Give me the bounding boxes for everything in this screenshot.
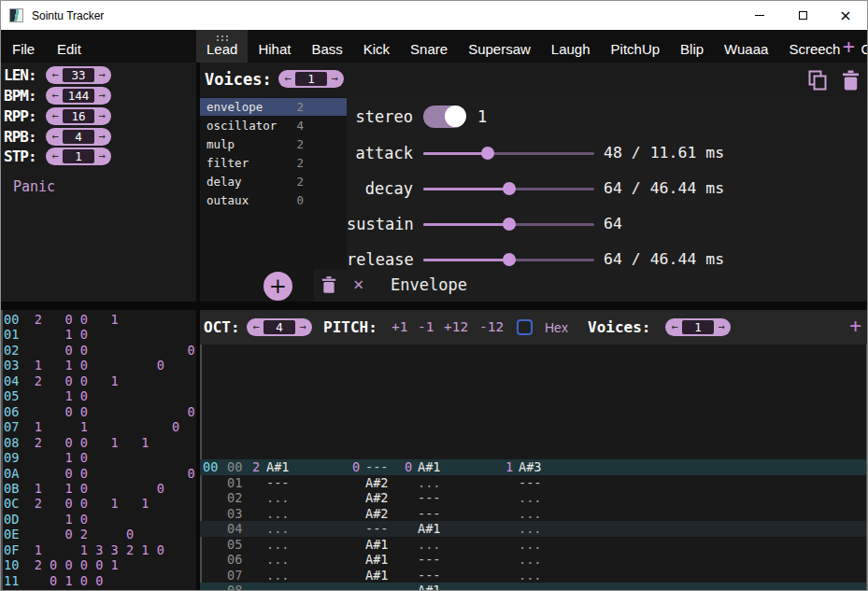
order-row[interactable]: 06 0 0 0 [4, 404, 195, 419]
order-row[interactable]: 0A 0 0 0 [4, 466, 195, 481]
song-field-stepper[interactable]: ←16→ [46, 107, 111, 125]
toggle-knob[interactable] [445, 106, 466, 127]
menu-file[interactable]: File [3, 30, 44, 63]
order-row[interactable]: 11 0 1 0 0 [4, 573, 103, 588]
hex-checkbox[interactable] [517, 319, 533, 335]
order-row[interactable]: 02 0 0 0 [4, 343, 195, 358]
tab-snare[interactable]: Snare [400, 30, 458, 63]
right-arrow-icon[interactable]: → [94, 66, 109, 84]
pattern-note-cell[interactable]: --- [519, 475, 542, 491]
pattern-row[interactable]: 07...A#1---... [200, 568, 868, 584]
pattern-editor-panel[interactable]: 00002001A#1---A#1A#301---A#2...---02...A… [200, 345, 868, 591]
close-unit-button[interactable]: × [353, 274, 363, 294]
pitch-up-12-button[interactable]: +12 [444, 319, 468, 334]
right-arrow-icon[interactable]: → [94, 107, 109, 125]
unit-row-mulp[interactable]: mulp2 [200, 135, 347, 153]
left-arrow-icon[interactable]: ← [249, 318, 263, 336]
right-arrow-icon[interactable]: → [327, 70, 342, 88]
pattern-note-cell[interactable]: A#2 [365, 490, 389, 506]
right-arrow-icon[interactable]: → [714, 318, 729, 336]
decay-slider-knob[interactable] [503, 182, 516, 195]
copy-instrument-button[interactable] [806, 69, 829, 91]
unit-row-filter[interactable]: filter2 [200, 154, 347, 172]
pitch-down-1-button[interactable]: -1 [418, 319, 434, 334]
pattern-note-cell[interactable]: A#3 [519, 459, 542, 475]
pattern-note-cell[interactable]: ... [418, 537, 441, 553]
pattern-note-cell[interactable]: --- [266, 475, 290, 491]
right-arrow-icon[interactable]: → [295, 318, 310, 336]
pattern-row[interactable]: 06...A#1---... [200, 552, 868, 568]
tab-laugh[interactable]: Laugh [541, 30, 601, 63]
unit-row-envelope[interactable]: envelope2 [200, 98, 347, 116]
pattern-note-cell[interactable]: --- [418, 490, 441, 506]
order-row[interactable]: 10 2 0 0 0 0 1 [4, 557, 119, 572]
right-arrow-icon[interactable]: → [94, 148, 109, 165]
pattern-note-cell[interactable]: A#1 [418, 459, 441, 475]
add-unit-button[interactable]: + [263, 272, 292, 301]
pattern-note-cell[interactable]: ... [519, 537, 542, 553]
pattern-note-cell[interactable]: ... [519, 490, 542, 506]
voices-stepper[interactable]: ← 1 → [278, 70, 344, 88]
pattern-note-cell[interactable]: ... [266, 537, 290, 553]
pattern-note-cell[interactable]: ... [266, 490, 290, 506]
left-arrow-icon[interactable]: ← [48, 128, 63, 146]
pattern-row[interactable]: 04...---A#1... [200, 521, 868, 537]
pattern-row[interactable]: 02...A#2---... [200, 490, 868, 506]
stereo-toggle[interactable] [423, 106, 465, 128]
order-row[interactable]: 0C 2 0 0 1 1 [4, 496, 149, 511]
left-arrow-icon[interactable]: ← [48, 148, 63, 165]
order-row[interactable]: 0F 1 1 3 3 2 1 0 [4, 542, 164, 557]
pattern-note-cell[interactable]: ... [266, 568, 290, 584]
minimize-button[interactable] [738, 1, 781, 30]
tab-pitchup[interactable]: PitchUp [601, 30, 671, 63]
pattern-note-cell[interactable]: A#1 [365, 568, 389, 584]
pattern-note-cell[interactable]: ... [519, 506, 542, 522]
unit-row-outaux[interactable]: outaux0 [200, 191, 347, 209]
release-slider-knob[interactable] [503, 253, 516, 266]
right-arrow-icon[interactable]: → [94, 87, 109, 105]
song-field-stepper[interactable]: ←4→ [46, 128, 111, 146]
delete-instrument-button[interactable] [839, 69, 861, 91]
pattern-note-cell[interactable]: A#1 [418, 583, 441, 591]
tab-bass[interactable]: Bass [301, 30, 352, 63]
pattern-row[interactable]: 00002001A#1---A#1A#3 [200, 459, 868, 475]
pattern-note-cell[interactable]: ... [266, 506, 290, 522]
left-arrow-icon[interactable]: ← [667, 318, 682, 336]
order-list-scrollbar[interactable] [1, 310, 3, 591]
order-row[interactable]: 07 1 1 0 [4, 419, 179, 434]
pattern-note-cell[interactable]: A#1 [266, 459, 290, 475]
order-row[interactable]: 08 2 0 0 1 1 [4, 435, 149, 450]
add-instrument-button[interactable]: + [837, 30, 861, 63]
pattern-note-cell[interactable]: ... [266, 552, 290, 568]
order-row[interactable]: 0E 0 2 0 [4, 527, 134, 542]
pattern-note-cell[interactable]: ... [266, 521, 290, 537]
octave-stepper[interactable]: ← 4 → [247, 318, 312, 336]
track-voices-stepper[interactable]: ← 1 → [665, 318, 731, 336]
tab-lead[interactable]: Lead [196, 30, 248, 63]
pattern-note-cell[interactable]: A#2 [365, 506, 389, 522]
tab-wuaaa[interactable]: Wuaaa [714, 30, 778, 63]
order-row[interactable]: 03 1 1 0 0 [4, 358, 164, 373]
attack-slider-knob[interactable] [481, 147, 494, 160]
pattern-note-cell[interactable]: ... [519, 552, 542, 568]
unit-row-oscillator[interactable]: oscillator4 [200, 117, 347, 134]
maximize-button[interactable] [781, 1, 824, 30]
pattern-note-cell[interactable]: --- [365, 583, 389, 591]
sustain-slider-knob[interactable] [503, 218, 516, 231]
pattern-note-cell[interactable]: ... [519, 521, 542, 537]
pattern-note-cell[interactable]: ... [418, 475, 441, 491]
order-row[interactable]: 0B 1 1 0 0 [4, 481, 164, 496]
pitch-up-1-button[interactable]: +1 [391, 319, 407, 334]
close-button[interactable]: × [824, 1, 867, 30]
delete-unit-button[interactable] [321, 275, 336, 298]
pattern-note-cell[interactable]: --- [418, 568, 441, 584]
tab-supersaw[interactable]: Supersaw [458, 30, 541, 63]
song-field-stepper[interactable]: ←144→ [46, 87, 111, 105]
order-row[interactable]: 04 2 0 0 1 [4, 373, 119, 388]
pattern-note-cell[interactable]: A#1 [365, 552, 389, 568]
right-arrow-icon[interactable]: → [94, 128, 109, 146]
order-row[interactable]: 09 1 0 [4, 450, 88, 465]
pattern-note-cell[interactable]: --- [365, 459, 389, 475]
pattern-row[interactable]: 03...A#2---... [200, 506, 868, 522]
left-arrow-icon[interactable]: ← [48, 87, 63, 105]
